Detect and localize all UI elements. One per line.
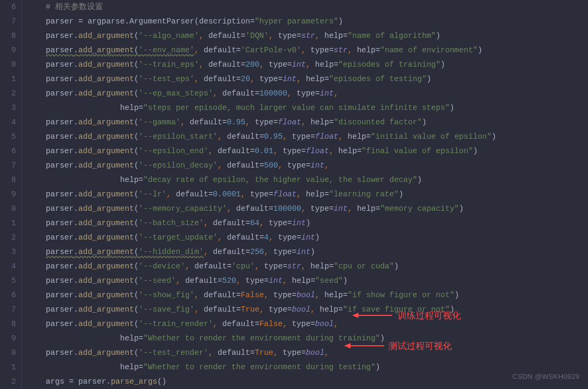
line-number-gutter: 678901234567890123456789012 <box>0 0 21 389</box>
code-content[interactable]: # 相关参数设置 parser = argparse.ArgumentParse… <box>22 0 496 389</box>
code-editor: 678901234567890123456789012 # 相关参数设置 par… <box>0 0 588 389</box>
watermark: CSDN @WSKH0929 <box>512 369 579 384</box>
annotation-label-1: 训练过程可视化 <box>398 308 461 323</box>
annotation-label-2: 测试过程可视化 <box>388 339 452 353</box>
